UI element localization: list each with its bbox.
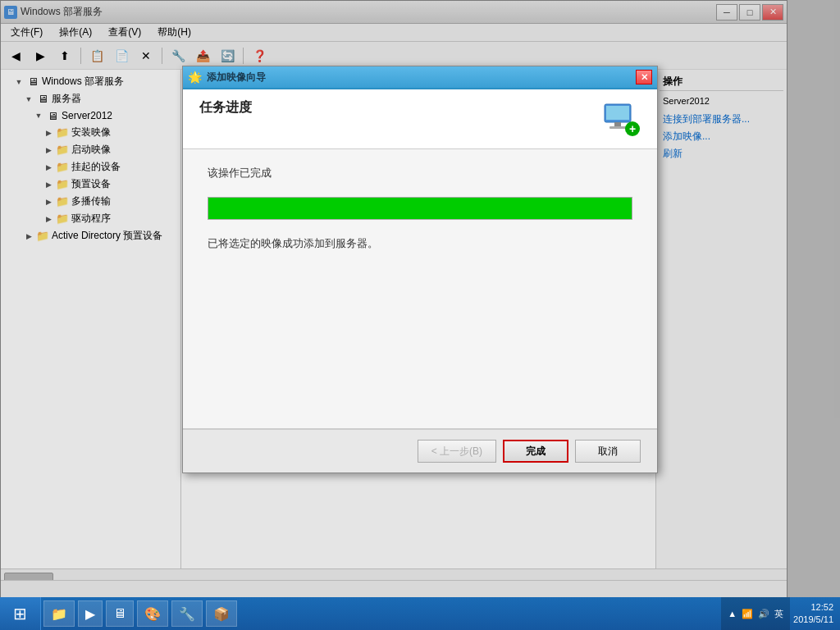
wizard-svg-icon: +: [601, 99, 641, 139]
taskbar-app-5[interactable]: 🔧: [171, 600, 203, 627]
svg-rect-3: [609, 126, 626, 129]
taskbar-right: ▲ 📶 🔊 英 12:52 2019/5/11: [721, 597, 840, 630]
dialog-title-text: 添加映像向导: [207, 71, 266, 84]
svg-rect-2: [614, 122, 621, 126]
dialog-header-title: 任务进度: [199, 99, 252, 116]
taskbar-icon-5: 🔧: [179, 606, 195, 622]
back-button[interactable]: < 上一步(B): [418, 440, 496, 463]
taskbar-app-1[interactable]: 📁: [43, 600, 75, 627]
taskbar-icon-4: 🎨: [144, 606, 161, 622]
dialog-title-bar: 🌟 添加映像向导 ✕: [183, 66, 657, 89]
tray-network-icon: 📶: [742, 609, 753, 619]
taskbar-app-3[interactable]: 🖥: [106, 600, 134, 627]
tray-lang[interactable]: 英: [774, 608, 783, 620]
dialog-title-left: 🌟 添加映像向导: [188, 71, 266, 84]
taskbar-icon-2: ▶: [85, 606, 95, 622]
taskbar-app-2[interactable]: ▶: [78, 600, 103, 627]
dialog-overlay: 🌟 添加映像向导 ✕ 任务进度 +: [0, 0, 840, 599]
dialog-status-text: 该操作已完成: [208, 166, 632, 180]
svg-text:+: +: [629, 122, 636, 135]
dialog-footer: < 上一步(B) 完成 取消: [183, 428, 657, 472]
system-tray: ▲ 📶 🔊 英: [721, 597, 790, 630]
taskbar-icon-1: 📁: [51, 606, 67, 622]
cancel-button[interactable]: 取消: [575, 440, 641, 463]
taskbar-app-6[interactable]: 📦: [206, 600, 237, 627]
finish-button[interactable]: 完成: [503, 440, 568, 463]
completion-text: 已将选定的映像成功添加到服务器。: [208, 236, 632, 251]
progress-container: [208, 197, 632, 220]
system-clock[interactable]: 12:52 2019/5/11: [793, 601, 833, 627]
dialog-header: 任务进度 +: [183, 89, 657, 149]
taskbar-app-4[interactable]: 🎨: [137, 600, 168, 627]
clock-date: 2019/5/11: [793, 614, 833, 626]
dialog-close-button[interactable]: ✕: [636, 70, 652, 84]
dialog-body: 该操作已完成 已将选定的映像成功添加到服务器。: [183, 149, 657, 428]
taskbar-icon-3: 🖥: [113, 606, 126, 621]
start-button[interactable]: ⊞: [0, 597, 41, 630]
dialog-title-icon: 🌟: [188, 71, 202, 84]
svg-rect-1: [606, 106, 629, 120]
taskbar-icon-6: 📦: [213, 606, 230, 622]
progress-bar: [208, 198, 632, 219]
clock-time: 12:52: [793, 601, 833, 614]
taskbar-left: ⊞ 📁 ▶ 🖥 🎨 🔧 📦: [0, 597, 238, 630]
add-image-wizard-dialog: 🌟 添加映像向导 ✕ 任务进度 +: [182, 66, 658, 473]
wizard-icon: +: [601, 99, 641, 139]
tray-arrow[interactable]: ▲: [728, 609, 737, 619]
tray-volume-icon: 🔊: [758, 609, 769, 619]
taskbar: ⊞ 📁 ▶ 🖥 🎨 🔧 📦 ▲ 📶 🔊 英 12:52 2019/5/: [0, 597, 840, 630]
windows-icon: ⊞: [13, 604, 27, 623]
